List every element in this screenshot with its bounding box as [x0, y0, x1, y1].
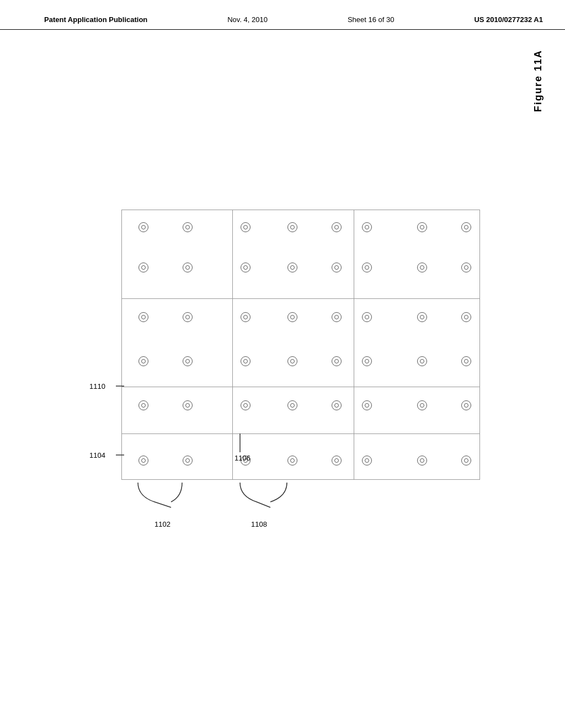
annotation-svg: 1110 1104 1102 1108 1106 — [88, 210, 497, 552]
label-1102: 1102 — [154, 520, 170, 528]
sheet-label: Sheet 16 of 30 — [348, 15, 395, 24]
figure-label: Figure 11A — [532, 50, 544, 112]
label-1110: 1110 — [89, 382, 105, 390]
patent-label: US 2010/0277232 A1 — [474, 15, 543, 24]
label-1106: 1106 — [234, 454, 250, 462]
diagram-area: 1110 1104 1102 1108 1106 — [88, 210, 497, 529]
label-1104: 1104 — [89, 451, 105, 459]
publication-label: Patent Application Publication — [44, 15, 147, 24]
page-header: Patent Application Publication Nov. 4, 2… — [0, 0, 565, 30]
label-1108: 1108 — [251, 520, 267, 528]
date-label: Nov. 4, 2010 — [227, 15, 268, 24]
